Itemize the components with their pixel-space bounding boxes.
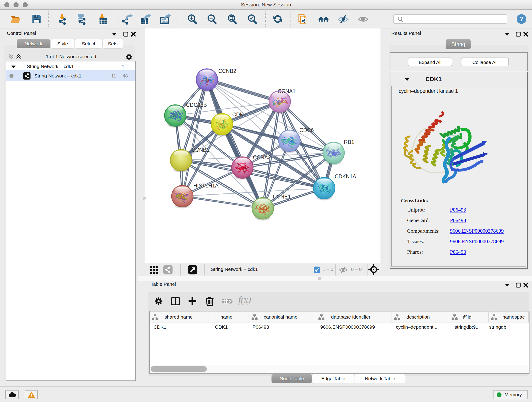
svg-text:CCNA2: CCNA2 [253, 154, 271, 160]
svg-text:RB1: RB1 [344, 139, 354, 145]
svg-text:CDC25B: CDC25B [186, 102, 207, 108]
svg-text:CDK1: CDK1 [232, 112, 246, 118]
svg-text:CCNB1: CCNB1 [191, 147, 209, 153]
svg-text:CCNB2: CCNB2 [218, 68, 236, 74]
svg-text:HIST1H1A: HIST1H1A [193, 183, 219, 189]
svg-text:CCNA1: CCNA1 [278, 88, 296, 94]
svg-text:CCNE1: CCNE1 [273, 194, 291, 200]
svg-text:CDKN1A: CDKN1A [335, 173, 356, 179]
svg-text:CDC6: CDC6 [299, 127, 314, 133]
